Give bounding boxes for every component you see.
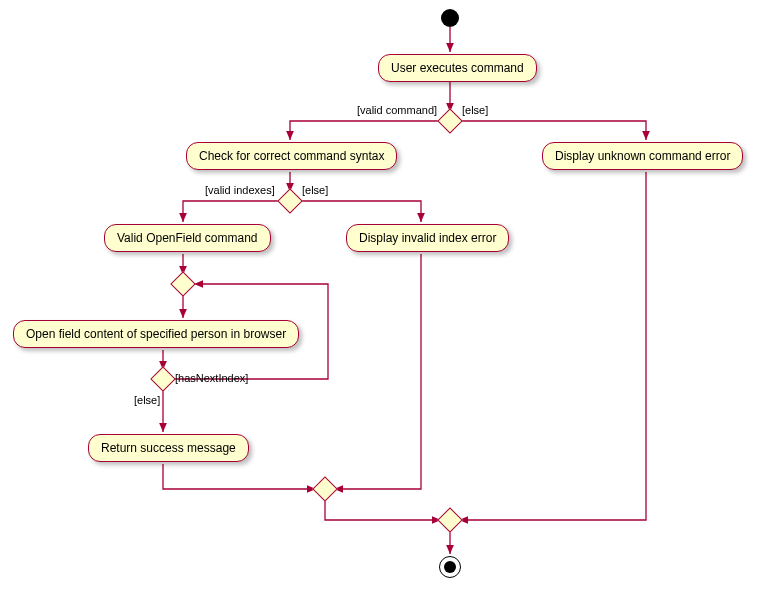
initial-node [441,9,459,27]
activity-label: Display invalid index error [359,231,496,245]
guard-valid-command: [valid command] [357,104,437,116]
activity-label: Open field content of specified person i… [26,327,286,341]
final-node [439,556,461,578]
activity-user-executes: User executes command [378,54,537,82]
guard-valid-indexes: [valid indexes] [205,184,275,196]
activity-invalid-index: Display invalid index error [346,224,509,252]
guard-has-next-index: [hasNextIndex] [175,372,248,384]
activity-label: Return success message [101,441,236,455]
flowchart-edges [0,0,760,601]
activity-label: Display unknown command error [555,149,730,163]
guard-else-3: [else] [134,394,160,406]
activity-open-field-content: Open field content of specified person i… [13,320,299,348]
activity-label: User executes command [391,61,524,75]
activity-valid-openfield: Valid OpenField command [104,224,271,252]
activity-label: Valid OpenField command [117,231,258,245]
activity-unknown-error: Display unknown command error [542,142,743,170]
activity-return-success: Return success message [88,434,249,462]
activity-check-syntax: Check for correct command syntax [186,142,397,170]
guard-else-1: [else] [462,104,488,116]
activity-label: Check for correct command syntax [199,149,384,163]
guard-else-2: [else] [302,184,328,196]
